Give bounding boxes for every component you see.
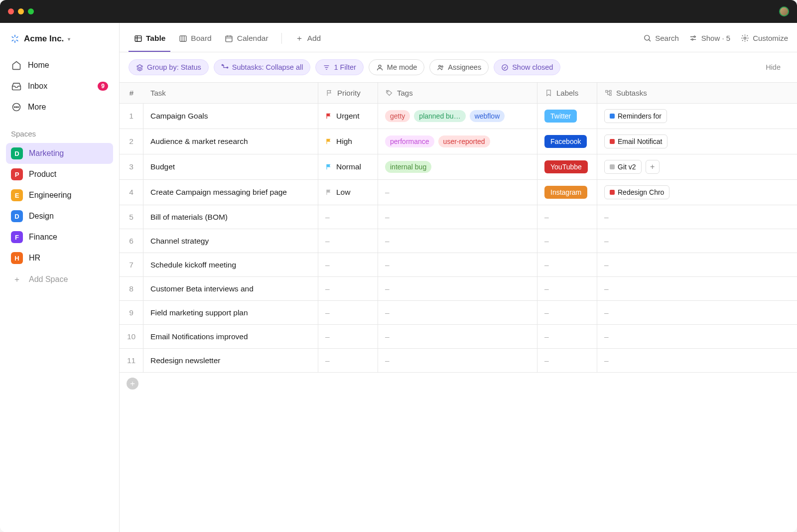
user-avatar[interactable] [779, 6, 789, 16]
tags-cell[interactable]: internal bug [378, 154, 537, 179]
column-labels[interactable]: Labels [537, 83, 597, 103]
table-row[interactable]: 10 Email Notifications improved – – – – [120, 325, 797, 349]
add-task-row[interactable]: ＋ [120, 373, 797, 395]
task-name[interactable]: Campaign Goals [143, 104, 318, 129]
subtasks-cell[interactable]: – [597, 253, 686, 276]
label-pill[interactable]: Facebook [544, 135, 587, 148]
table-row[interactable]: 9 Field marketing support plan – – – – [120, 301, 797, 325]
me-mode-chip[interactable]: Me mode [369, 59, 424, 75]
priority-cell[interactable]: – [318, 229, 378, 253]
space-item-engineering[interactable]: EEngineering [6, 185, 113, 206]
label-pill[interactable]: Instagram [544, 186, 587, 199]
tags-cell[interactable]: – [378, 277, 537, 300]
tags-cell[interactable]: gettyplanned bu…webflow [378, 104, 537, 129]
minimize-window-button[interactable] [18, 8, 24, 14]
add-space-button[interactable]: ＋ Add Space [6, 268, 113, 290]
column-task[interactable]: Task [143, 83, 318, 103]
subtasks-chip[interactable]: Subtasks: Collapse all [214, 59, 311, 75]
subtasks-cell[interactable]: Reminders for [597, 104, 686, 129]
table-row[interactable]: 6 Channel strategy – – – – [120, 229, 797, 253]
priority-cell[interactable]: Urgent [318, 104, 378, 129]
tag-pill[interactable]: internal bug [385, 161, 431, 173]
subtasks-cell[interactable]: Redesign Chro [597, 180, 686, 205]
priority-cell[interactable]: – [318, 325, 378, 348]
space-item-product[interactable]: PProduct [6, 164, 113, 185]
assignees-chip[interactable]: Assignees [429, 59, 489, 75]
workspace-switcher[interactable]: Acme Inc. ▾ [6, 32, 113, 55]
tab-add-view[interactable]: ＋ Add [290, 30, 326, 52]
labels-cell[interactable]: – [537, 253, 597, 276]
task-name[interactable]: Email Notifications improved [143, 325, 318, 348]
tab-calendar[interactable]: Calendar [220, 30, 273, 52]
task-name[interactable]: Customer Beta interviews and [143, 277, 318, 300]
tab-board[interactable]: Board [173, 30, 216, 52]
task-name[interactable]: Audience & market research [143, 129, 318, 154]
labels-cell[interactable]: – [537, 205, 597, 229]
table-row[interactable]: 11 Redesign newsletter – – – – [120, 349, 797, 373]
labels-cell[interactable]: Twitter [537, 104, 597, 129]
tags-cell[interactable]: – [378, 229, 537, 253]
add-subtask-button[interactable]: + [646, 160, 660, 174]
label-pill[interactable]: Twitter [544, 110, 577, 123]
column-subtasks[interactable]: Subtasks [597, 83, 686, 103]
subtasks-cell[interactable]: – [597, 301, 686, 324]
subtask-pill[interactable]: Reminders for [604, 109, 667, 123]
labels-cell[interactable]: – [537, 301, 597, 324]
column-number[interactable]: # [120, 83, 143, 103]
task-name[interactable]: Budget [143, 154, 318, 179]
tags-cell[interactable]: performanceuser-reported [378, 129, 537, 154]
labels-cell[interactable]: Facebook [537, 129, 597, 154]
task-name[interactable]: Redesign newsletter [143, 349, 318, 372]
nav-inbox[interactable]: Inbox 9 [6, 76, 113, 97]
space-item-marketing[interactable]: DMarketing [6, 143, 113, 164]
nav-home[interactable]: Home [6, 55, 113, 76]
task-name[interactable]: Create Campaign messaging brief page [143, 180, 318, 205]
space-item-finance[interactable]: FFinance [6, 227, 113, 248]
table-row[interactable]: 1 Campaign Goals Urgent gettyplanned bu…… [120, 104, 797, 129]
labels-cell[interactable]: – [537, 325, 597, 348]
table-row[interactable]: 5 Bill of materials (BOM) – – – – [120, 205, 797, 229]
tag-pill[interactable]: getty [385, 110, 410, 122]
labels-cell[interactable]: YouTubbe [537, 154, 597, 179]
table-row[interactable]: 7 Schedule kickoff meeting – – – – [120, 253, 797, 277]
tag-pill[interactable]: performance [385, 135, 434, 147]
priority-cell[interactable]: – [318, 205, 378, 229]
maximize-window-button[interactable] [28, 8, 34, 14]
subtasks-cell[interactable]: Git v2+ [597, 154, 686, 179]
tab-table[interactable]: Table [129, 30, 170, 52]
table-row[interactable]: 2 Audience & market research High perfor… [120, 129, 797, 154]
subtasks-cell[interactable]: – [597, 229, 686, 253]
subtasks-cell[interactable]: – [597, 205, 686, 229]
hide-button[interactable]: Hide [758, 59, 788, 75]
subtasks-cell[interactable]: Email Notificat [597, 129, 686, 154]
table-row[interactable]: 3 Budget Normal internal bug YouTubbe Gi… [120, 154, 797, 180]
subtasks-cell[interactable]: – [597, 349, 686, 372]
subtasks-cell[interactable]: – [597, 277, 686, 300]
priority-cell[interactable]: Low [318, 180, 378, 205]
labels-cell[interactable]: – [537, 349, 597, 372]
subtask-pill[interactable]: Git v2 [604, 160, 642, 174]
priority-cell[interactable]: – [318, 277, 378, 300]
space-item-design[interactable]: DDesign [6, 206, 113, 227]
close-window-button[interactable] [8, 8, 14, 14]
column-priority[interactable]: Priority [318, 83, 378, 103]
tags-cell[interactable]: – [378, 180, 537, 205]
group-by-chip[interactable]: Group by: Status [129, 59, 209, 75]
tags-cell[interactable]: – [378, 253, 537, 276]
filter-chip[interactable]: 1 Filter [315, 59, 363, 75]
show-button[interactable]: Show · 5 [689, 33, 730, 42]
priority-cell[interactable]: – [318, 301, 378, 324]
priority-cell[interactable]: – [318, 253, 378, 276]
labels-cell[interactable]: – [537, 277, 597, 300]
priority-cell[interactable]: High [318, 129, 378, 154]
column-tags[interactable]: Tags [378, 83, 537, 103]
task-name[interactable]: Field marketing support plan [143, 301, 318, 324]
task-name[interactable]: Schedule kickoff meeting [143, 253, 318, 276]
priority-cell[interactable]: Normal [318, 154, 378, 179]
task-name[interactable]: Channel strategy [143, 229, 318, 253]
labels-cell[interactable]: – [537, 229, 597, 253]
table-row[interactable]: 8 Customer Beta interviews and – – – – [120, 277, 797, 301]
nav-more[interactable]: More [6, 97, 113, 118]
subtask-pill[interactable]: Redesign Chro [604, 185, 669, 199]
tag-pill[interactable]: webflow [470, 110, 505, 122]
